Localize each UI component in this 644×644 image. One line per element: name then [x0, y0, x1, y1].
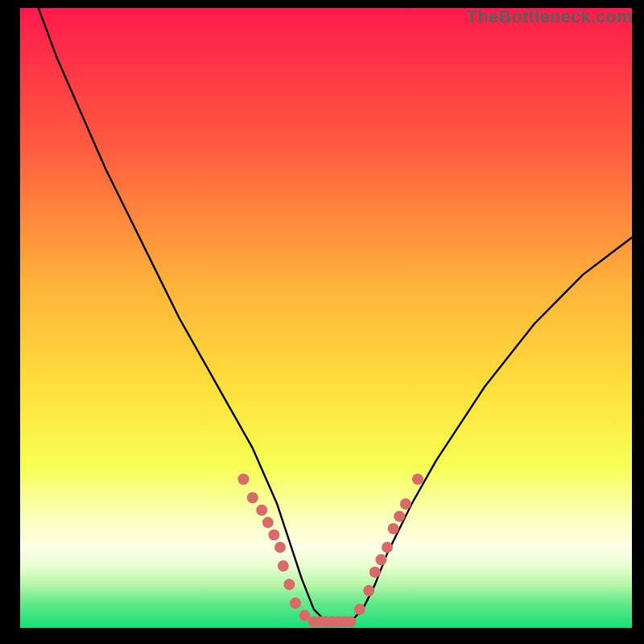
- watermark-text: TheBottleneck.com: [467, 6, 633, 27]
- curve-marker: [278, 560, 289, 572]
- curve-marker: [262, 517, 274, 528]
- curve-marker: [412, 473, 423, 485]
- curve-marker: [400, 498, 411, 510]
- chart-stage: TheBottleneck.com: [0, 0, 644, 644]
- curve-marker: [237, 473, 249, 485]
- curve-marker: [369, 567, 381, 578]
- curve-marker: [375, 554, 386, 565]
- curve-marker: [283, 579, 295, 590]
- curve-marker: [275, 542, 286, 553]
- curve-marker: [345, 616, 356, 627]
- curve-marker: [354, 604, 365, 615]
- curve-marker: [247, 492, 258, 503]
- chart-svg: [20, 8, 632, 628]
- curve-marker: [268, 530, 279, 541]
- plot-area: [20, 8, 632, 628]
- curve-marker: [382, 542, 393, 553]
- curve-marker: [290, 597, 301, 609]
- curve-marker: [394, 510, 405, 522]
- curve-marker: [363, 585, 374, 597]
- curve-marker: [256, 505, 267, 516]
- curve-marker: [299, 610, 310, 621]
- curve-marker: [388, 523, 399, 535]
